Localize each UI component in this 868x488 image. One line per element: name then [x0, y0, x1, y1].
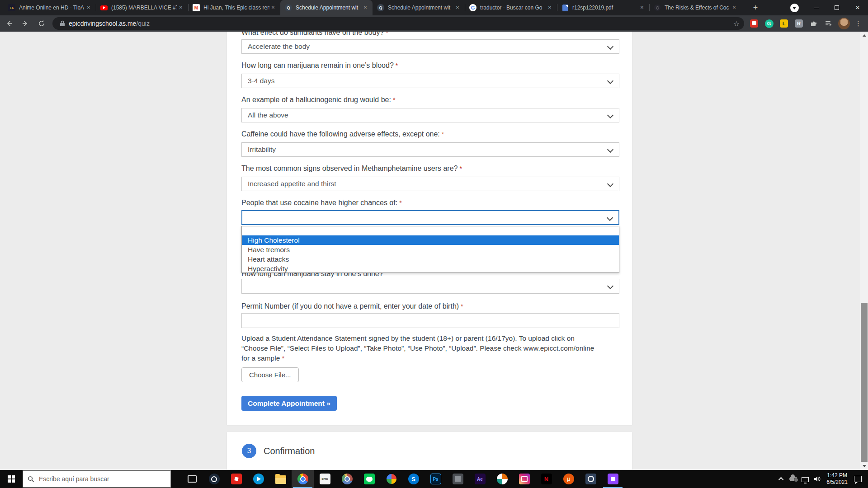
volume-icon[interactable]	[811, 470, 823, 488]
tab-close-icon[interactable]: ✕	[177, 4, 184, 11]
windows-logo-icon	[8, 475, 15, 483]
tab-close-icon[interactable]: ✕	[546, 4, 553, 11]
question-label-caffeine: Caffeine could have the following advers…	[241, 130, 619, 138]
required-asterisk: *	[399, 199, 401, 206]
after-effects-icon[interactable]: Ae	[469, 470, 491, 488]
select-marijuana-blood[interactable]: 3-4 days	[241, 74, 619, 88]
bookmark-star-icon[interactable]: ☆	[733, 19, 740, 28]
pdf-favicon-icon	[561, 4, 569, 11]
task-view-icon[interactable]	[181, 470, 203, 488]
window-minimize-button[interactable]	[806, 0, 826, 15]
select-caffeine[interactable]: Irritability	[241, 142, 619, 157]
tab-tioanime[interactable]: TA Anime Online en HD - TioA ✕	[4, 0, 96, 15]
cocaine-dropdown-popup: High Cholesterol Have tremors Heart atta…	[241, 226, 619, 273]
start-button[interactable]	[0, 470, 23, 488]
select-methamphetamine[interactable]: Increased appetite and thirst	[241, 177, 619, 191]
dropdown-option-hyperactivity[interactable]: Hyperactivity	[242, 264, 619, 273]
network-icon[interactable]	[799, 470, 811, 488]
tab-close-icon[interactable]: ✕	[454, 4, 461, 11]
select-hallucinogenic[interactable]: All the above	[241, 108, 619, 122]
roblox-icon[interactable]	[225, 470, 247, 488]
epic-driving-school-icon[interactable]: EPIC	[314, 470, 336, 488]
address-bar[interactable]: epicdrivingschool.as.me/quiz ☆	[52, 17, 744, 30]
photos-pinwheel-icon[interactable]	[380, 470, 402, 488]
required-asterisk: *	[396, 62, 398, 69]
tab-google-translate-search[interactable]: G traductor - Buscar con Go ✕	[465, 0, 557, 15]
select-cocaine-focused[interactable]	[241, 210, 619, 225]
quiz-page: What effect do stimulants have on the bo…	[0, 32, 860, 470]
reload-button[interactable]	[34, 16, 49, 31]
permit-number-input[interactable]	[241, 313, 619, 328]
scroll-up-arrow-icon[interactable]	[860, 32, 868, 39]
tab-risks-effects[interactable]: The Risks & Effects of Coc ✕	[649, 0, 741, 15]
line-icon[interactable]	[358, 470, 380, 488]
yellow-l-extension-icon[interactable]: L	[778, 18, 789, 29]
twitch-icon[interactable]	[602, 470, 624, 488]
tab-youtube[interactable]: (1585) MARBELLA VICE #7 ✕	[96, 0, 188, 15]
bluestacks-icon[interactable]	[247, 470, 269, 488]
tab-pdf[interactable]: r12sp122019.pdf ✕	[557, 0, 649, 15]
window-close-button[interactable]: ✕	[847, 0, 868, 15]
extensions-puzzle-icon[interactable]	[808, 18, 819, 29]
tab-gmail[interactable]: M Hi Juan, This Epic class rem ✕	[188, 0, 280, 15]
required-asterisk: *	[282, 354, 284, 362]
tab-title: r12sp122019.pdf	[572, 5, 638, 11]
confirmation-section-title: Confirmation	[264, 446, 315, 456]
select-marijuana-urine[interactable]	[241, 279, 619, 294]
dropdown-option-empty[interactable]	[242, 226, 619, 235]
instagram-icon[interactable]	[513, 470, 535, 488]
select-stimulants[interactable]: Accelerate the body	[241, 39, 619, 54]
skype-icon[interactable]: S	[402, 470, 425, 488]
taskbar-search-box[interactable]: Escribe aquí para buscar	[23, 470, 171, 488]
clock-time: 1:42 PM	[826, 472, 848, 479]
tab-search-icon[interactable]	[790, 4, 799, 12]
window-maximize-button[interactable]	[826, 0, 847, 15]
new-tab-button[interactable]: +	[750, 2, 761, 14]
action-center-icon[interactable]	[854, 476, 862, 482]
tab-title: traductor - Buscar con Go	[480, 5, 546, 11]
choose-file-button[interactable]: Choose File...	[241, 367, 299, 382]
tab-close-icon[interactable]: ✕	[85, 4, 92, 11]
question-label-cocaine: People that use cocaine have higher chan…	[241, 199, 619, 207]
tab-schedule-appointment-2[interactable]: Q Schedule Appointment wit ✕	[373, 0, 465, 15]
scrollbar-thumb[interactable]	[861, 303, 868, 462]
grammarly-extension-icon[interactable]: G	[764, 18, 774, 29]
acuity-favicon-icon: Q	[285, 4, 292, 11]
complete-appointment-button[interactable]: Complete Appointment »	[241, 396, 337, 411]
gray-app-icon[interactable]	[447, 470, 469, 488]
dropdown-option-high-cholesterol[interactable]: High Cholesterol	[242, 235, 619, 245]
tab-close-icon[interactable]: ✕	[731, 4, 738, 11]
question-label-methamphetamine: The most common signs observed in Metham…	[241, 164, 619, 173]
adblock-extension-icon[interactable]	[749, 18, 760, 29]
page-scrollbar[interactable]	[860, 32, 868, 470]
ball-app-icon[interactable]	[491, 470, 513, 488]
permit-number-label: Permit Number (if you do not have a perm…	[241, 302, 619, 310]
dropdown-option-heart-attacks[interactable]: Heart attacks	[242, 254, 619, 264]
tab-close-icon[interactable]: ✕	[269, 4, 277, 11]
gray-r-extension-icon[interactable]: R	[793, 18, 804, 29]
tab-close-icon[interactable]: ✕	[638, 4, 646, 11]
netflix-icon[interactable]: N	[535, 470, 557, 488]
chrome-profile-icon[interactable]	[336, 470, 358, 488]
scroll-down-arrow-icon[interactable]	[860, 462, 868, 470]
utorrent-icon[interactable]: µ	[557, 470, 580, 488]
photoshop-icon[interactable]: Ps	[425, 470, 447, 488]
tab-schedule-appointment-active[interactable]: Q Schedule Appointment wit ✕	[280, 0, 373, 15]
steam-icon[interactable]	[203, 470, 225, 488]
question-label-hallucinogenic: An example of a hallucinogenic drug woul…	[241, 96, 619, 104]
onedrive-cloud-icon[interactable]	[788, 470, 799, 488]
url-path: /quiz	[136, 20, 150, 27]
dark-app-icon[interactable]	[580, 470, 602, 488]
browser-menu-icon[interactable]: ⋮	[855, 19, 862, 28]
file-explorer-icon[interactable]	[269, 470, 292, 488]
back-button[interactable]	[2, 16, 16, 31]
tray-chevron-up-icon[interactable]	[776, 470, 788, 488]
media-queue-extension-icon[interactable]	[823, 18, 834, 29]
profile-avatar[interactable]	[838, 18, 850, 29]
chrome-icon[interactable]	[292, 470, 314, 488]
taskbar-clock[interactable]: 1:42 PM 6/5/2021	[823, 472, 851, 486]
system-tray: 1:42 PM 6/5/2021	[776, 470, 868, 488]
tab-close-icon[interactable]: ✕	[362, 4, 369, 11]
dropdown-option-have-tremors[interactable]: Have tremors	[242, 245, 619, 254]
forward-button[interactable]	[18, 16, 33, 31]
